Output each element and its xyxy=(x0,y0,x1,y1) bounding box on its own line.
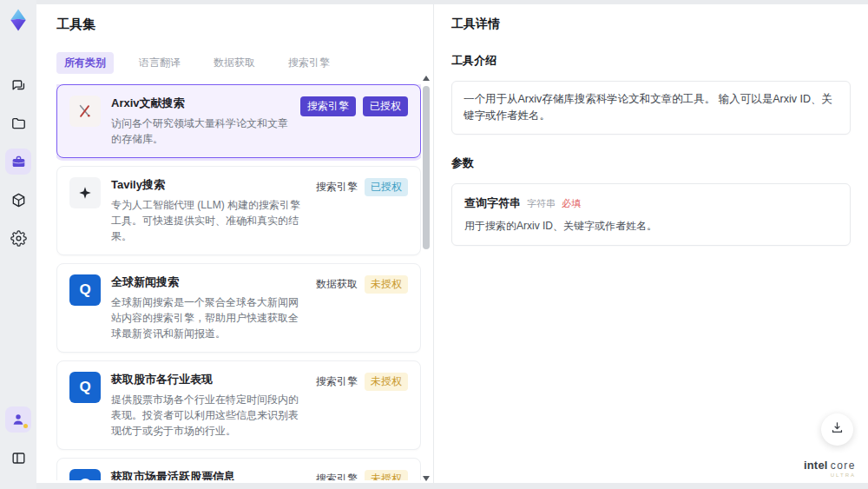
sidebar-item-models[interactable] xyxy=(5,187,31,213)
status-badge: 未授权 xyxy=(365,275,408,294)
param-description: 用于搜索的Arxiv ID、关键字或作者姓名。 xyxy=(464,219,838,234)
status-badge: 未授权 xyxy=(365,373,408,391)
news-q-icon: Q xyxy=(69,274,101,306)
tool-list-panel: 工具集 所有类别 语言翻译 数据获取 搜索引擎 xyxy=(36,4,434,483)
briefcase-icon xyxy=(10,154,27,170)
scrollbar[interactable] xyxy=(422,76,431,481)
tool-title: 获取市场最活跃股票信息 xyxy=(111,469,306,480)
app-logo-icon xyxy=(3,5,33,35)
tab-all-categories[interactable]: 所有类别 xyxy=(56,52,114,74)
sidebar xyxy=(0,0,36,489)
tool-description: 全球新闻搜索是一个聚合全球各大新闻网站内容的搜索引擎，帮助用户快速获取全球最新资… xyxy=(111,294,306,341)
download-button[interactable] xyxy=(821,413,853,446)
parameter-card: 查询字符串 字符串 必填 用于搜索的Arxiv ID、关键字或作者姓名。 xyxy=(451,183,851,246)
intro-heading: 工具介绍 xyxy=(451,53,851,69)
details-title: 工具详情 xyxy=(451,17,851,32)
intro-box: 一个用于从Arxiv存储库搜索科学论文和文章的工具。 输入可以是Arxiv ID… xyxy=(451,81,851,135)
scrollbar-down-arrow-icon[interactable] xyxy=(423,476,430,481)
tool-description: 专为人工智能代理 (LLM) 构建的搜索引擎工具。可快速提供实时、准确和真实的结… xyxy=(111,197,306,244)
param-type: 字符串 xyxy=(527,197,556,210)
category-label: 搜索引擎 xyxy=(316,472,358,480)
scrollbar-up-arrow-icon[interactable] xyxy=(423,76,430,81)
sidebar-item-panel-toggle[interactable] xyxy=(5,445,31,471)
tool-list-item-active-stocks[interactable]: Q 获取市场最活跃股票信息 提供当天交易量最高的股票列表。投资者可以利用这些信息… xyxy=(56,458,421,480)
folder-icon xyxy=(10,116,27,132)
category-label: 搜索引擎 xyxy=(316,374,358,389)
tool-list: Arxiv文献搜索 访问各个研究领域大量科学论文和文章的存储库。 搜索引擎 已授… xyxy=(56,84,421,480)
tab-data-acquisition[interactable]: 数据获取 xyxy=(206,52,263,74)
tool-title: Tavily搜索 xyxy=(111,177,306,193)
news-q-icon: Q xyxy=(69,469,101,480)
tool-list-item-sector-performance[interactable]: Q 获取股市各行业表现 提供股票市场各个行业在特定时间段内的表现。投资者可以利用… xyxy=(56,360,421,450)
core-wordmark: core xyxy=(831,460,856,471)
params-heading: 参数 xyxy=(451,155,851,171)
sidebar-item-tools[interactable] xyxy=(5,149,31,175)
gear-icon xyxy=(10,230,27,247)
category-tabs: 所有类别 语言翻译 数据获取 搜索引擎 xyxy=(56,52,433,74)
sidebar-item-profile[interactable] xyxy=(5,406,31,433)
tool-title: 获取股市各行业表现 xyxy=(111,372,306,387)
tavily-star-icon xyxy=(69,177,101,208)
cube-icon xyxy=(10,192,27,208)
intel-core-logo: intel core ULTRA xyxy=(804,459,856,478)
chat-icon xyxy=(10,77,27,94)
sidebar-item-settings[interactable] xyxy=(5,225,31,251)
tool-list-item-arxiv[interactable]: Arxiv文献搜索 访问各个研究领域大量科学论文和文章的存储库。 搜索引擎 已授… xyxy=(56,84,421,158)
tool-list-item-global-news[interactable]: Q 全球新闻搜索 全球新闻搜索是一个聚合全球各大新闻网站内容的搜索引擎，帮助用户… xyxy=(56,263,421,353)
tool-description: 提供股票市场各个行业在特定时间段内的表现。投资者可以利用这些信息来识别表现优于或… xyxy=(111,392,306,439)
tab-language-translation[interactable]: 语言翻译 xyxy=(131,52,188,74)
app-window: 工具集 所有类别 语言翻译 数据获取 搜索引擎 xyxy=(0,0,868,489)
tool-title: 全球新闻搜索 xyxy=(111,274,306,290)
main-content: 工具集 所有类别 语言翻译 数据获取 搜索引擎 xyxy=(36,4,868,483)
news-q-icon: Q xyxy=(69,372,101,403)
arxiv-icon xyxy=(69,96,101,127)
download-icon xyxy=(830,420,845,439)
status-badge: 已授权 xyxy=(363,96,408,116)
tool-list-item-tavily[interactable]: Tavily搜索 专为人工智能代理 (LLM) 构建的搜索引擎工具。可快速提供实… xyxy=(56,166,421,255)
tool-description: 访问各个研究领域大量科学论文和文章的存储库。 xyxy=(111,116,290,147)
status-badge: 已授权 xyxy=(365,178,408,196)
page-title: 工具集 xyxy=(56,17,433,33)
category-label: 数据获取 xyxy=(316,277,358,292)
tool-details-panel: 工具详情 工具介绍 一个用于从Arxiv存储库搜索科学论文和文章的工具。 输入可… xyxy=(434,4,868,483)
param-name: 查询字符串 xyxy=(464,195,521,211)
category-badge: 搜索引擎 xyxy=(300,96,356,116)
category-label: 搜索引擎 xyxy=(316,180,358,195)
tab-search-engine[interactable]: 搜索引擎 xyxy=(280,52,338,74)
panel-icon xyxy=(10,450,27,466)
sidebar-item-chat[interactable] xyxy=(5,72,31,98)
intel-wordmark: intel xyxy=(804,459,828,471)
ultra-wordmark: ULTRA xyxy=(804,472,856,478)
status-badge: 未授权 xyxy=(365,470,408,480)
scrollbar-thumb[interactable] xyxy=(423,86,430,249)
sidebar-item-files[interactable] xyxy=(5,110,31,136)
notification-dot xyxy=(23,424,28,428)
param-required-badge: 必填 xyxy=(562,197,581,210)
tool-title: Arxiv文献搜索 xyxy=(111,96,290,111)
